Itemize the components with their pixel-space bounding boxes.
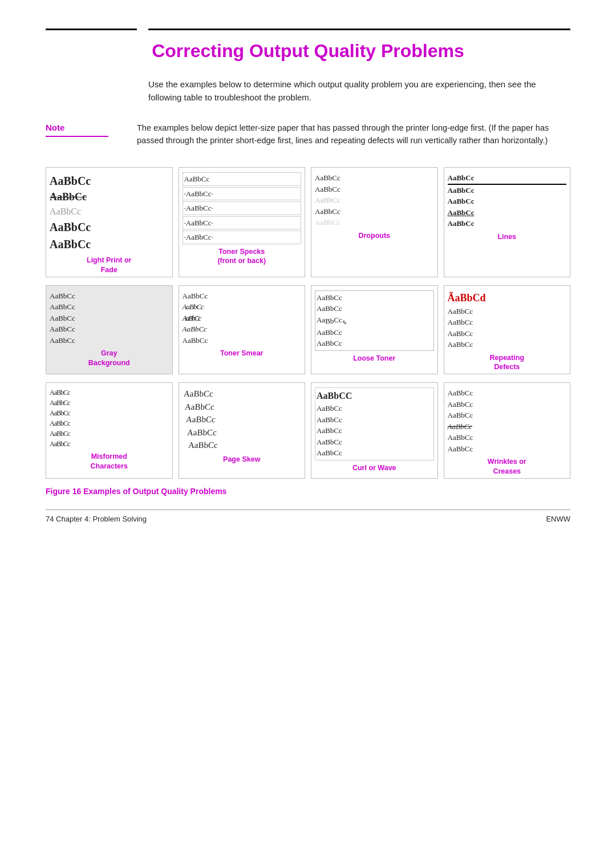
curl-wave-label: Curl or Wave: [315, 463, 434, 472]
top-rule: [46, 23, 570, 30]
note-underline: [46, 136, 108, 137]
example-loose-toner: AaBbCc AaBbCc AaBbCc✎ AaBbCc AaBbCc Loos…: [311, 285, 438, 375]
loose-toner-sample: AaBbCc AaBbCc AaBbCc✎ AaBbCc AaBbCc: [315, 290, 434, 351]
wrinkles-sample: AaBbCc AaBbCc AaBbCc AaBbCc AaBbCc AaBbC…: [448, 387, 567, 454]
toner-specks-sample: AaBbCc ·AaBbCc· ·AaBbCc· ·AaBbCc· ·AaBbC…: [183, 172, 302, 244]
dropouts-label: Dropouts: [315, 231, 434, 240]
toner-smear-sample: AaBbCc AaBbCc AaBbCc AaBbCc AaBbCc: [183, 290, 302, 346]
example-light-print: AaBbCc AaBbCc AaBbCc AaBbCc AaBbCc Light…: [46, 167, 173, 277]
toner-smear-label: Toner Smear: [183, 349, 302, 358]
lines-label: Lines: [448, 232, 567, 241]
example-gray-bg: AaBbCc AaBbCc AaBbCc AaBbCc AaBbCc GrayB…: [46, 285, 173, 375]
curl-wave-sample: AaBbCC AaBbCc AaBbCc AaBbCc AaBbCc AaBbC…: [315, 387, 434, 460]
row3-grid: AaBbCc AaBbCc AaBbCc AaBbCc AaBbCc AaBbC…: [46, 382, 570, 479]
page-skew-sample: AaBbCc AaBbCc AaBbCc AaBbCc AaBbCc: [183, 387, 302, 452]
loose-toner-label: Loose Toner: [315, 354, 434, 363]
lines-sample: AaBbCc AaBbCc AaBbCc AaBbCc AaBbCc: [448, 172, 567, 229]
note-left-col: Note: [46, 122, 137, 147]
note-block: Note The examples below depict letter-si…: [46, 122, 570, 147]
intro-text: Use the examples below to determine whic…: [148, 78, 570, 104]
example-toner-smear: AaBbCc AaBbCc AaBbCc AaBbCc AaBbCc Toner…: [179, 285, 306, 375]
gray-bg-sample: AaBbCc AaBbCc AaBbCc AaBbCc AaBbCc: [50, 290, 169, 346]
example-repeating: ÃaBbCd AaBbCc AaBbCc AaBbCc AaBbCc Repea…: [444, 285, 571, 375]
wrinkles-label: Wrinkles orCreases: [448, 457, 567, 476]
dropouts-sample: AaBbCc AaBbCc AaBbCc AaBbCc AaBbCc: [315, 172, 434, 228]
repeating-label: RepeatingDefects: [448, 353, 567, 372]
footer-right: ENWW: [546, 515, 570, 523]
example-toner-specks: AaBbCc ·AaBbCc· ·AaBbCc· ·AaBbCc· ·AaBbC…: [179, 167, 306, 277]
example-wrinkles: AaBbCc AaBbCc AaBbCc AaBbCc AaBbCc AaBbC…: [444, 382, 571, 479]
note-content: The examples below depict letter-size pa…: [137, 122, 570, 147]
example-page-skew: AaBbCc AaBbCc AaBbCc AaBbCc AaBbCc Page …: [179, 382, 306, 479]
footer-left: 74 Chapter 4: Problem Solving: [46, 515, 147, 523]
example-lines: AaBbCc AaBbCc AaBbCc AaBbCc AaBbCc Lines: [444, 167, 571, 277]
light-print-sample: AaBbCc AaBbCc AaBbCc AaBbCc AaBbCc: [50, 172, 169, 253]
example-curl-wave: AaBbCC AaBbCc AaBbCc AaBbCc AaBbCc AaBbC…: [311, 382, 438, 479]
repeating-sample: ÃaBbCd AaBbCc AaBbCc AaBbCc AaBbCc: [448, 290, 567, 350]
light-print-label: Light Print orFade: [50, 256, 169, 274]
gray-bg-label: GrayBackground: [50, 349, 169, 367]
misformed-sample: AaBbCc AaBbCc AaBbCc AaBbCc AaBbCc AaBbC…: [50, 387, 169, 449]
row2-grid: AaBbCc AaBbCc AaBbCc AaBbCc AaBbCc GrayB…: [46, 285, 570, 375]
figure-caption: Figure 16 Examples of Output Quality Pro…: [46, 487, 570, 496]
page-footer: 74 Chapter 4: Problem Solving ENWW: [46, 510, 570, 523]
note-label: Note: [46, 122, 137, 132]
toner-specks-label: Toner Specks(front or back): [183, 247, 302, 266]
page-skew-label: Page Skew: [183, 455, 302, 464]
page-title: Correcting Output Quality Problems: [46, 41, 570, 62]
example-dropouts: AaBbCc AaBbCc AaBbCc AaBbCc AaBbCc Dropo…: [311, 167, 438, 277]
row1-grid: AaBbCc AaBbCc AaBbCc AaBbCc AaBbCc Light…: [46, 167, 570, 277]
misformed-label: MisformedCharacters: [50, 452, 169, 471]
example-misformed: AaBbCc AaBbCc AaBbCc AaBbCc AaBbCc AaBbC…: [46, 382, 173, 479]
